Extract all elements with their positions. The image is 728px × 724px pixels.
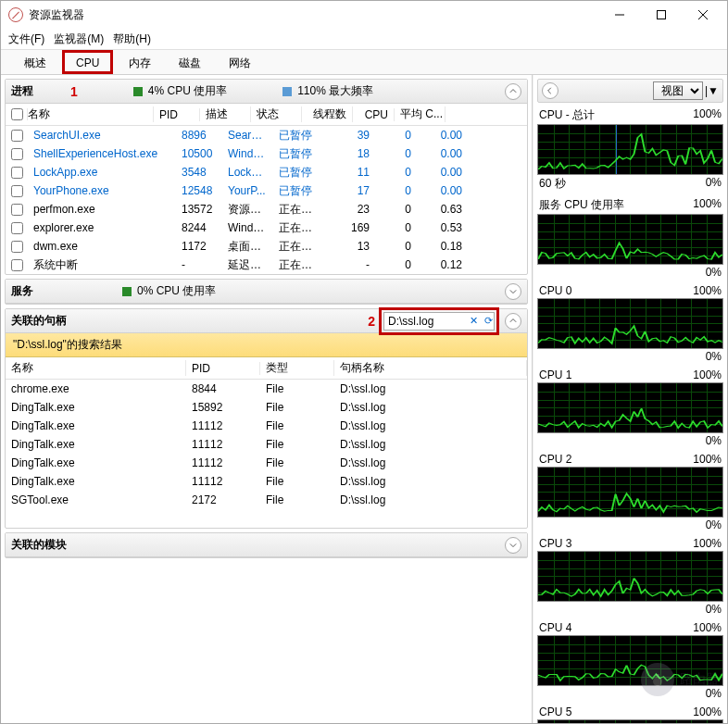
process-pid: -: [176, 258, 222, 271]
clear-search-icon[interactable]: ✕: [470, 315, 478, 327]
handle-row[interactable]: DingTalk.exe 11112 File D:\ssl.log: [6, 435, 527, 454]
hcol-pid[interactable]: PID: [186, 362, 260, 375]
tab-disk[interactable]: 磁盘: [165, 51, 215, 75]
hcol-name[interactable]: 名称: [6, 360, 186, 376]
menu-monitor[interactable]: 监视器(M): [54, 31, 104, 47]
expand-button[interactable]: [505, 537, 521, 554]
graph-max: 100%: [693, 705, 722, 718]
handle-search-input[interactable]: [383, 312, 495, 331]
graph-canvas: [537, 719, 723, 723]
refresh-search-icon[interactable]: ⟳: [484, 315, 493, 327]
process-row[interactable]: LockApp.exe 3548 LockA... 已暂停 11 0 0.00: [6, 163, 527, 181]
process-checkbox[interactable]: [11, 259, 23, 271]
process-name: perfmon.exe: [28, 203, 176, 216]
handles-title: 关联的句柄: [11, 313, 67, 329]
tab-memory[interactable]: 内存: [115, 51, 165, 75]
services-header[interactable]: 服务 0% CPU 使用率: [6, 280, 527, 304]
menu-bar: 文件(F) 监视器(M) 帮助(H): [1, 29, 727, 49]
handle-hname: D:\ssl.log: [334, 401, 527, 414]
modules-header[interactable]: 关联的模块: [6, 533, 527, 557]
process-threads: 18: [324, 147, 375, 160]
handle-pid: 11112: [186, 419, 260, 432]
process-name: 系统中断: [28, 257, 176, 273]
process-status: 正在运行: [273, 220, 324, 236]
handle-pid: 11112: [186, 438, 260, 451]
graph-canvas: [537, 551, 723, 602]
close-button[interactable]: [682, 2, 723, 28]
graph-max: 100%: [693, 368, 722, 381]
process-checkbox[interactable]: [11, 148, 23, 160]
menu-help[interactable]: 帮助(H): [113, 31, 151, 47]
handle-row[interactable]: chrome.exe 8844 File D:\ssl.log: [6, 380, 527, 398]
tab-overview[interactable]: 概述: [10, 51, 60, 75]
handle-name: DingTalk.exe: [6, 438, 186, 451]
maximize-button[interactable]: [640, 2, 682, 28]
graph-title: CPU 2: [539, 453, 571, 466]
dropdown-icon[interactable]: |▼: [705, 84, 719, 97]
app-icon: [8, 7, 23, 22]
process-avg: 0.00: [417, 166, 468, 179]
collapse-button[interactable]: [505, 313, 521, 330]
process-row[interactable]: explorer.exe 8244 Windo... 正在运行 169 0 0.…: [6, 218, 527, 237]
process-checkbox[interactable]: [11, 185, 23, 197]
graph-foot-right: 0%: [706, 518, 722, 531]
process-row[interactable]: perfmon.exe 13572 资源和... 正在运行 23 0 0.63: [6, 200, 527, 218]
modules-title: 关联的模块: [11, 537, 67, 553]
graph-title: CPU 1: [539, 368, 571, 381]
process-cpu: 0: [375, 203, 417, 216]
process-status: 已暂停: [273, 146, 324, 162]
process-name: LockApp.exe: [28, 166, 176, 179]
menu-file[interactable]: 文件(F): [8, 31, 44, 47]
process-checkbox[interactable]: [11, 130, 23, 142]
tab-cpu[interactable]: CPU: [76, 55, 99, 71]
process-checkbox[interactable]: [11, 241, 23, 253]
svg-rect-1: [657, 11, 665, 19]
process-row[interactable]: dwm.exe 1172 桌面窗... 正在运行 13 0 0.18: [6, 237, 527, 256]
process-pid: 1172: [176, 240, 222, 253]
process-checkbox[interactable]: [11, 222, 23, 234]
handle-row[interactable]: DingTalk.exe 15892 File D:\ssl.log: [6, 398, 527, 417]
handle-name: DingTalk.exe: [6, 475, 186, 488]
cpu-graph: CPU 5100%: [537, 705, 723, 723]
handles-header[interactable]: 关联的句柄 2 ✕ ⟳: [6, 309, 527, 333]
view-select[interactable]: 视图: [653, 81, 703, 100]
processes-panel: 进程 1 4% CPU 使用率 110% 最大频率 名称 PID 描述 状态: [5, 79, 528, 275]
process-status: 已暂停: [273, 183, 324, 199]
process-cpu: 0: [375, 240, 417, 253]
minimize-button[interactable]: [598, 2, 640, 28]
process-row[interactable]: 系统中断 - 延迟过... 正在运行 - 0 0.12: [6, 256, 527, 274]
col-avg[interactable]: 平均 C...: [395, 106, 446, 122]
process-name: ShellExperienceHost.exe: [28, 147, 176, 160]
process-row[interactable]: SearchUI.exe 8896 Search... 已暂停 39 0 0.0…: [6, 126, 527, 144]
collapse-graphs-button[interactable]: [542, 82, 559, 99]
col-cpu[interactable]: CPU: [353, 108, 395, 121]
col-desc[interactable]: 描述: [200, 106, 251, 122]
expand-button[interactable]: [505, 283, 521, 300]
col-name[interactable]: 名称: [6, 106, 154, 122]
process-checkbox[interactable]: [11, 167, 23, 179]
col-status[interactable]: 状态: [251, 106, 302, 122]
handle-pid: 8844: [186, 382, 260, 395]
process-row[interactable]: ShellExperienceHost.exe 10500 Windo... 已…: [6, 144, 527, 163]
handle-row[interactable]: SGTool.exe 2172 File D:\ssl.log: [6, 491, 527, 509]
hcol-hname[interactable]: 句柄名称: [334, 360, 527, 376]
handle-row[interactable]: DingTalk.exe 11112 File D:\ssl.log: [6, 454, 527, 472]
graph-canvas: [537, 635, 723, 686]
graph-foot-right: 0%: [706, 603, 722, 616]
graph-canvas: [537, 298, 723, 349]
graph-max: 100%: [693, 107, 722, 123]
processes-header[interactable]: 进程 1 4% CPU 使用率 110% 最大频率: [6, 80, 527, 104]
handle-row[interactable]: DingTalk.exe 11112 File D:\ssl.log: [6, 472, 527, 491]
handle-hname: D:\ssl.log: [334, 456, 527, 469]
handle-row[interactable]: DingTalk.exe 11112 File D:\ssl.log: [6, 417, 527, 435]
process-checkbox[interactable]: [11, 204, 23, 216]
graph-title: CPU 0: [539, 284, 571, 297]
tab-network[interactable]: 网络: [215, 51, 265, 75]
col-pid[interactable]: PID: [154, 108, 200, 121]
hcol-type[interactable]: 类型: [260, 360, 334, 376]
process-row[interactable]: YourPhone.exe 12548 YourP... 已暂停 17 0 0.…: [6, 181, 527, 200]
collapse-button[interactable]: [505, 83, 521, 100]
cpu-graph: CPU 4100% 0%: [537, 620, 723, 701]
col-threads[interactable]: 线程数: [302, 106, 353, 122]
graph-title: CPU 5: [539, 705, 571, 718]
